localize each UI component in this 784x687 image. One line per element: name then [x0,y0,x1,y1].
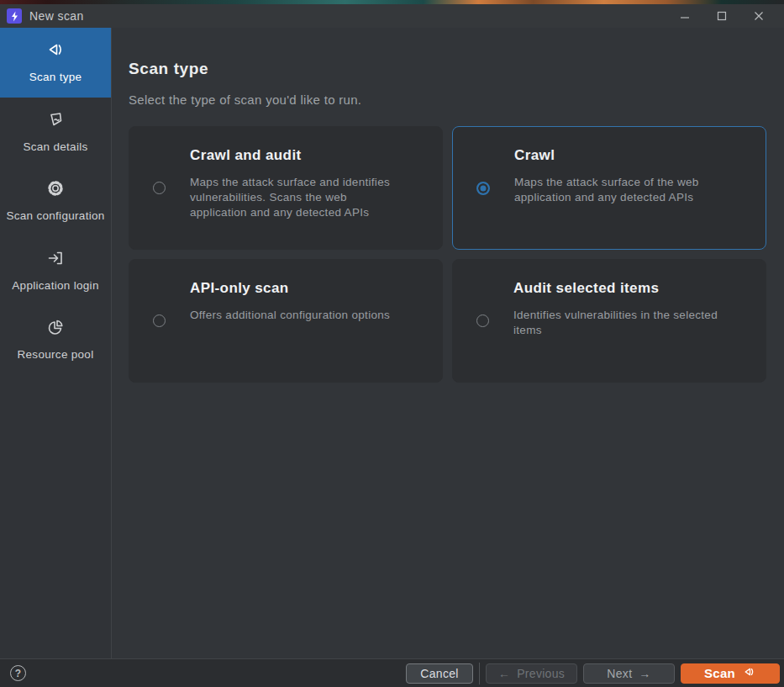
burp-lightning-icon [7,8,22,24]
minimize-icon[interactable] [666,4,703,28]
card-description: Maps the attack surface and identifies v… [190,175,402,220]
login-icon [45,248,66,272]
arrow-right-icon: → [639,667,650,680]
sidebar-item-label: Scan type [29,70,82,85]
next-button[interactable]: Next → [583,663,675,684]
scan-icon [45,40,66,63]
sidebar-item-resource-pool[interactable]: Resource pool [0,305,111,375]
sidebar-item-label: Scan details [23,140,87,155]
page-subtitle: Select the type of scan you'd like to ru… [129,92,766,107]
scan-button[interactable]: Scan [681,663,780,684]
card-api-only-scan[interactable]: API-only scan Offers additional configur… [129,259,443,383]
help-glyph: ? [15,668,21,679]
help-icon[interactable]: ? [10,665,26,681]
radio-button[interactable] [153,182,166,194]
card-title: Crawl and audit [190,147,402,164]
page-title: Scan type [129,60,766,78]
next-label: Next [607,667,632,680]
new-scan-dialog: New scan Scan type [0,0,784,687]
footer-bar: ? Cancel ← Previous Next → Scan [0,658,784,687]
arrow-left-icon: ← [498,667,510,680]
maximize-icon[interactable] [703,4,740,28]
cancel-button[interactable]: Cancel [406,663,473,684]
card-title: Audit selected items [513,280,725,297]
titlebar: New scan [0,4,784,28]
card-crawl[interactable]: Crawl Maps the attack surface of the web… [452,126,766,250]
card-title: API-only scan [190,280,390,297]
sidebar-item-scan-type[interactable]: Scan type [0,28,111,98]
sidebar-item-application-login[interactable]: Application login [0,236,111,306]
card-description: Maps the attack surface of the web appli… [514,175,726,205]
card-crawl-and-audit[interactable]: Crawl and audit Maps the attack surface … [129,126,443,250]
card-audit-selected-items[interactable]: Audit selected items Identifies vulnerab… [452,259,766,383]
card-description: Identifies vulnerabilities in the select… [513,308,725,338]
sidebar-item-scan-configuration[interactable]: Scan configuration [0,166,111,236]
footer-divider [479,663,480,684]
close-icon[interactable] [740,4,777,28]
sidebar-item-label: Application login [12,278,98,293]
scan-type-panel: Scan type Select the type of scan you'd … [112,28,784,658]
card-title: Crawl [514,147,726,164]
sidebar-item-scan-details[interactable]: Scan details [0,98,111,167]
radio-button[interactable] [476,182,490,195]
details-tag-icon [45,109,66,133]
pie-chart-icon [45,317,66,341]
radio-button[interactable] [153,314,166,327]
wizard-step-sidebar: Scan type Scan details [0,28,112,658]
previous-label: Previous [517,667,565,680]
cancel-label: Cancel [420,667,458,680]
sidebar-item-label: Resource pool [18,347,94,362]
card-description: Offers additional configuration options [190,308,390,323]
scan-type-options: Crawl and audit Maps the attack surface … [129,126,766,383]
scan-icon [742,665,756,681]
previous-button[interactable]: ← Previous [486,663,577,684]
radio-button[interactable] [476,314,489,327]
window-title: New scan [29,9,84,23]
scan-label: Scan [704,666,735,680]
gear-icon [45,178,66,202]
sidebar-item-label: Scan configuration [6,209,104,224]
